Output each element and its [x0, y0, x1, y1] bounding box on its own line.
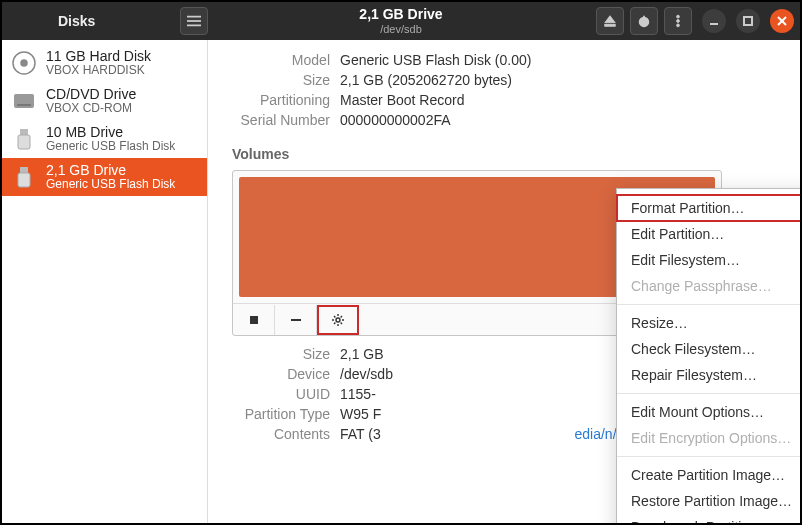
svg-rect-17 — [17, 104, 31, 106]
value-size: 2,1 GB (2052062720 bytes) — [340, 72, 512, 88]
label-ptype: Partition Type — [232, 406, 340, 422]
power-button[interactable] — [630, 7, 658, 35]
contents-text: FAT (3 — [340, 426, 381, 442]
menu-separator — [617, 304, 802, 305]
eject-button[interactable] — [596, 7, 624, 35]
window-title: 2,1 GB Drive — [359, 7, 442, 22]
label-partitioning: Partitioning — [232, 92, 340, 108]
app-name: Disks — [8, 13, 95, 29]
menu-check-filesystem[interactable]: Check Filesystem… — [617, 336, 802, 362]
label-model: Model — [232, 52, 340, 68]
sidebar-item-label: 2,1 GB Drive — [46, 162, 175, 178]
titlebar: Disks 2,1 GB Drive /dev/sdb — [2, 2, 800, 40]
label-uuid: UUID — [232, 386, 340, 402]
drive-menu-button[interactable] — [664, 7, 692, 35]
menu-repair-filesystem[interactable]: Repair Filesystem… — [617, 362, 802, 388]
label-device: Device — [232, 366, 340, 382]
sidebar-item-sublabel: VBOX HARDDISK — [46, 64, 151, 78]
svg-point-8 — [677, 20, 680, 23]
value-partitioning: Master Boot Record — [340, 92, 465, 108]
menu-separator — [617, 456, 802, 457]
usb-icon — [10, 125, 38, 153]
svg-point-9 — [677, 24, 680, 27]
svg-point-24 — [336, 318, 340, 322]
minimize-button[interactable] — [702, 9, 726, 33]
value-device: /dev/sdb — [340, 366, 393, 382]
svg-rect-2 — [187, 25, 201, 27]
svg-rect-19 — [18, 135, 30, 149]
label-serial: Serial Number — [232, 112, 340, 128]
menu-format-partition[interactable]: Format Partition… — [617, 195, 802, 221]
menu-resize[interactable]: Resize… — [617, 310, 802, 336]
value-vol-size: 2,1 GB — [340, 346, 384, 362]
menu-edit-mount-options[interactable]: Edit Mount Options… — [617, 399, 802, 425]
svg-rect-1 — [187, 20, 201, 22]
label-vol-size: Size — [232, 346, 340, 362]
label-contents: Contents — [232, 426, 340, 442]
drive-list: 11 GB Hard Disk VBOX HARDDISK CD/DVD Dri… — [2, 40, 208, 523]
sidebar-item-label: 11 GB Hard Disk — [46, 48, 151, 64]
svg-rect-23 — [291, 319, 301, 321]
volumes-heading: Volumes — [232, 146, 776, 162]
remove-button[interactable] — [275, 305, 317, 335]
svg-point-15 — [21, 60, 27, 66]
usb-icon — [10, 163, 38, 191]
menu-benchmark-partition[interactable]: Benchmark Partition… — [617, 514, 802, 525]
svg-rect-21 — [18, 173, 30, 187]
volume-settings-menu: Format Partition… Edit Partition… Edit F… — [616, 188, 802, 525]
close-button[interactable] — [770, 9, 794, 33]
sidebar-item-sublabel: Generic USB Flash Disk — [46, 140, 175, 154]
optical-icon — [10, 87, 38, 115]
svg-rect-4 — [605, 25, 616, 27]
svg-marker-3 — [605, 16, 616, 23]
svg-rect-11 — [744, 17, 752, 25]
menu-change-passphrase: Change Passphrase… — [617, 273, 802, 299]
menu-separator — [617, 393, 802, 394]
menu-create-partition-image[interactable]: Create Partition Image… — [617, 462, 802, 488]
menu-restore-partition-image[interactable]: Restore Partition Image… — [617, 488, 802, 514]
hamburger-menu-button[interactable] — [180, 7, 208, 35]
sidebar-item-sublabel: VBOX CD-ROM — [46, 102, 136, 116]
volume-settings-button[interactable] — [317, 305, 359, 335]
value-serial: 000000000002FA — [340, 112, 451, 128]
window-subtitle: /dev/sdb — [359, 23, 442, 35]
menu-edit-partition[interactable]: Edit Partition… — [617, 221, 802, 247]
main-panel: Model Generic USB Flash Disk (0.00) Size… — [208, 40, 800, 523]
sidebar-item-label: 10 MB Drive — [46, 124, 175, 140]
svg-rect-0 — [187, 16, 201, 18]
value-model: Generic USB Flash Disk (0.00) — [340, 52, 531, 68]
svg-rect-20 — [20, 167, 28, 173]
sidebar-item-usb-selected[interactable]: 2,1 GB Drive Generic USB Flash Disk — [2, 158, 207, 196]
sidebar-item-label: CD/DVD Drive — [46, 86, 136, 102]
value-uuid: 1155- — [340, 386, 376, 402]
sidebar-item-hdd[interactable]: 11 GB Hard Disk VBOX HARDDISK — [2, 44, 207, 82]
hdd-icon — [10, 49, 38, 77]
sidebar-item-optical[interactable]: CD/DVD Drive VBOX CD-ROM — [2, 82, 207, 120]
svg-rect-18 — [20, 129, 28, 135]
sidebar-item-usb-small[interactable]: 10 MB Drive Generic USB Flash Disk — [2, 120, 207, 158]
label-size: Size — [232, 72, 340, 88]
value-ptype: W95 F — [340, 406, 381, 422]
maximize-button[interactable] — [736, 9, 760, 33]
unmount-button[interactable] — [233, 305, 275, 335]
svg-rect-22 — [250, 316, 258, 324]
sidebar-item-sublabel: Generic USB Flash Disk — [46, 178, 175, 192]
menu-edit-filesystem[interactable]: Edit Filesystem… — [617, 247, 802, 273]
svg-point-7 — [677, 15, 680, 18]
menu-edit-encryption-options: Edit Encryption Options… — [617, 425, 802, 451]
